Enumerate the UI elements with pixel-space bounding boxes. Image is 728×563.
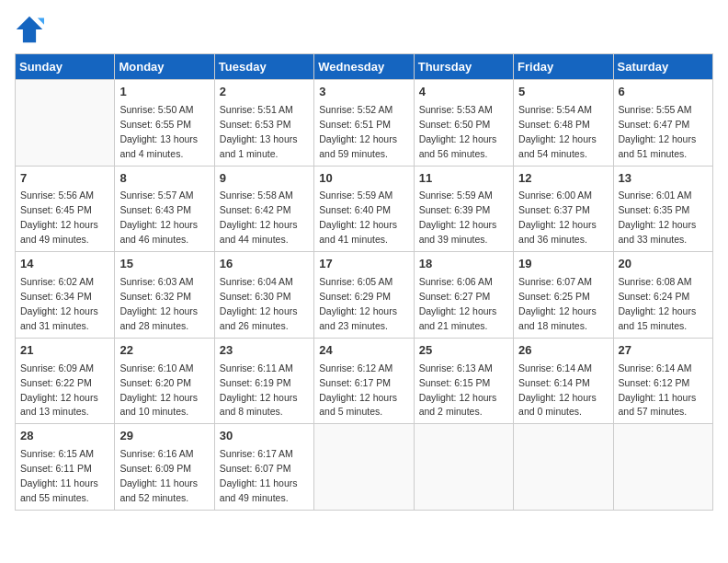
cell-content: Sunrise: 6:02 AMSunset: 6:34 PMDaylight:… xyxy=(20,276,98,331)
day-number: 17 xyxy=(319,256,408,273)
day-number: 22 xyxy=(119,342,209,360)
day-number: 14 xyxy=(20,256,109,273)
week-row-4: 28Sunrise: 6:15 AMSunset: 6:11 PMDayligh… xyxy=(16,424,713,511)
svg-marker-1 xyxy=(38,18,44,25)
cell-content: Sunrise: 5:50 AMSunset: 6:55 PMDaylight:… xyxy=(119,104,198,159)
day-number: 25 xyxy=(419,342,508,360)
day-number: 6 xyxy=(619,84,708,101)
day-number: 3 xyxy=(319,84,408,101)
header-tuesday: Tuesday xyxy=(214,54,313,80)
day-number: 9 xyxy=(220,170,309,188)
cell-content: Sunrise: 5:57 AMSunset: 6:43 PMDaylight:… xyxy=(119,190,198,245)
header-saturday: Saturday xyxy=(613,54,712,80)
day-number: 29 xyxy=(119,428,209,445)
calendar-cell: 20Sunrise: 6:08 AMSunset: 6:24 PMDayligh… xyxy=(613,252,712,339)
day-number: 5 xyxy=(518,84,608,101)
calendar-cell: 21Sunrise: 6:09 AMSunset: 6:22 PMDayligh… xyxy=(16,338,115,424)
day-number: 28 xyxy=(20,428,109,445)
calendar-cell: 25Sunrise: 6:13 AMSunset: 6:15 PMDayligh… xyxy=(414,338,513,424)
cell-content: Sunrise: 5:56 AMSunset: 6:45 PMDaylight:… xyxy=(20,190,98,245)
calendar-cell: 1Sunrise: 5:50 AMSunset: 6:55 PMDaylight… xyxy=(115,80,214,167)
calendar-cell: 12Sunrise: 6:00 AMSunset: 6:37 PMDayligh… xyxy=(514,166,613,252)
calendar-cell: 9Sunrise: 5:58 AMSunset: 6:42 PMDaylight… xyxy=(214,166,313,252)
calendar-cell: 15Sunrise: 6:03 AMSunset: 6:32 PMDayligh… xyxy=(115,252,214,339)
calendar-cell xyxy=(314,424,414,511)
calendar-header-row: SundayMondayTuesdayWednesdayThursdayFrid… xyxy=(16,54,713,80)
day-number: 27 xyxy=(619,342,708,360)
header-friday: Friday xyxy=(514,54,613,80)
cell-content: Sunrise: 6:08 AMSunset: 6:24 PMDaylight:… xyxy=(619,276,697,331)
calendar-cell: 3Sunrise: 5:52 AMSunset: 6:51 PMDaylight… xyxy=(314,80,414,167)
day-number: 21 xyxy=(20,342,109,360)
day-number: 16 xyxy=(220,256,309,273)
calendar-cell: 29Sunrise: 6:16 AMSunset: 6:09 PMDayligh… xyxy=(115,424,214,511)
logo-icon xyxy=(15,15,44,44)
calendar-cell: 27Sunrise: 6:14 AMSunset: 6:12 PMDayligh… xyxy=(613,338,712,424)
cell-content: Sunrise: 6:06 AMSunset: 6:27 PMDaylight:… xyxy=(419,276,497,331)
calendar-cell: 26Sunrise: 6:14 AMSunset: 6:14 PMDayligh… xyxy=(514,338,613,424)
day-number: 11 xyxy=(419,170,508,188)
day-number: 20 xyxy=(619,256,708,273)
cell-content: Sunrise: 6:09 AMSunset: 6:22 PMDaylight:… xyxy=(20,362,98,418)
day-number: 19 xyxy=(518,256,608,273)
cell-content: Sunrise: 5:52 AMSunset: 6:51 PMDaylight:… xyxy=(319,104,397,159)
day-number: 13 xyxy=(619,170,708,188)
cell-content: Sunrise: 6:00 AMSunset: 6:37 PMDaylight:… xyxy=(518,190,597,245)
page-header xyxy=(15,15,713,44)
day-number: 12 xyxy=(518,170,608,188)
logo xyxy=(15,15,48,44)
cell-content: Sunrise: 6:14 AMSunset: 6:14 PMDaylight:… xyxy=(518,362,597,418)
calendar-cell: 4Sunrise: 5:53 AMSunset: 6:50 PMDaylight… xyxy=(414,80,513,167)
calendar-cell: 17Sunrise: 6:05 AMSunset: 6:29 PMDayligh… xyxy=(314,252,414,339)
calendar-cell: 16Sunrise: 6:04 AMSunset: 6:30 PMDayligh… xyxy=(214,252,313,339)
calendar-cell xyxy=(414,424,513,511)
calendar-cell: 6Sunrise: 5:55 AMSunset: 6:47 PMDaylight… xyxy=(613,80,712,167)
day-number: 18 xyxy=(419,256,508,273)
day-number: 4 xyxy=(419,84,508,101)
cell-content: Sunrise: 6:03 AMSunset: 6:32 PMDaylight:… xyxy=(119,276,198,331)
calendar-cell: 5Sunrise: 5:54 AMSunset: 6:48 PMDaylight… xyxy=(514,80,613,167)
cell-content: Sunrise: 6:16 AMSunset: 6:09 PMDaylight:… xyxy=(119,448,198,503)
week-row-1: 7Sunrise: 5:56 AMSunset: 6:45 PMDaylight… xyxy=(16,166,713,252)
cell-content: Sunrise: 5:58 AMSunset: 6:42 PMDaylight:… xyxy=(220,190,298,245)
cell-content: Sunrise: 6:07 AMSunset: 6:25 PMDaylight:… xyxy=(518,276,597,331)
cell-content: Sunrise: 6:14 AMSunset: 6:12 PMDaylight:… xyxy=(619,362,697,418)
header-thursday: Thursday xyxy=(414,54,513,80)
calendar-cell: 23Sunrise: 6:11 AMSunset: 6:19 PMDayligh… xyxy=(214,338,313,424)
svg-marker-0 xyxy=(17,17,42,42)
cell-content: Sunrise: 6:04 AMSunset: 6:30 PMDaylight:… xyxy=(220,276,298,331)
calendar-table: SundayMondayTuesdayWednesdayThursdayFrid… xyxy=(15,53,713,511)
calendar-cell: 11Sunrise: 5:59 AMSunset: 6:39 PMDayligh… xyxy=(414,166,513,252)
calendar-cell: 14Sunrise: 6:02 AMSunset: 6:34 PMDayligh… xyxy=(16,252,115,339)
day-number: 10 xyxy=(319,170,408,188)
day-number: 30 xyxy=(220,428,309,445)
week-row-3: 21Sunrise: 6:09 AMSunset: 6:22 PMDayligh… xyxy=(16,338,713,424)
day-number: 8 xyxy=(119,170,209,188)
day-number: 1 xyxy=(119,84,209,101)
cell-content: Sunrise: 6:17 AMSunset: 6:07 PMDaylight:… xyxy=(220,448,298,503)
calendar-cell: 28Sunrise: 6:15 AMSunset: 6:11 PMDayligh… xyxy=(16,424,115,511)
week-row-0: 1Sunrise: 5:50 AMSunset: 6:55 PMDaylight… xyxy=(16,80,713,167)
calendar-cell: 13Sunrise: 6:01 AMSunset: 6:35 PMDayligh… xyxy=(613,166,712,252)
header-wednesday: Wednesday xyxy=(314,54,414,80)
calendar-cell: 19Sunrise: 6:07 AMSunset: 6:25 PMDayligh… xyxy=(514,252,613,339)
calendar-cell: 8Sunrise: 5:57 AMSunset: 6:43 PMDaylight… xyxy=(115,166,214,252)
week-row-2: 14Sunrise: 6:02 AMSunset: 6:34 PMDayligh… xyxy=(16,252,713,339)
cell-content: Sunrise: 6:01 AMSunset: 6:35 PMDaylight:… xyxy=(619,190,697,245)
calendar-cell: 24Sunrise: 6:12 AMSunset: 6:17 PMDayligh… xyxy=(314,338,414,424)
calendar-cell: 2Sunrise: 5:51 AMSunset: 6:53 PMDaylight… xyxy=(214,80,313,167)
cell-content: Sunrise: 6:05 AMSunset: 6:29 PMDaylight:… xyxy=(319,276,397,331)
cell-content: Sunrise: 6:11 AMSunset: 6:19 PMDaylight:… xyxy=(220,362,298,418)
cell-content: Sunrise: 6:13 AMSunset: 6:15 PMDaylight:… xyxy=(419,362,497,418)
cell-content: Sunrise: 5:53 AMSunset: 6:50 PMDaylight:… xyxy=(419,104,497,159)
cell-content: Sunrise: 5:51 AMSunset: 6:53 PMDaylight:… xyxy=(220,104,298,159)
cell-content: Sunrise: 6:10 AMSunset: 6:20 PMDaylight:… xyxy=(119,362,198,418)
day-number: 23 xyxy=(220,342,309,360)
cell-content: Sunrise: 5:54 AMSunset: 6:48 PMDaylight:… xyxy=(518,104,597,159)
calendar-cell: 10Sunrise: 5:59 AMSunset: 6:40 PMDayligh… xyxy=(314,166,414,252)
cell-content: Sunrise: 6:12 AMSunset: 6:17 PMDaylight:… xyxy=(319,362,397,418)
cell-content: Sunrise: 5:55 AMSunset: 6:47 PMDaylight:… xyxy=(619,104,697,159)
calendar-cell: 30Sunrise: 6:17 AMSunset: 6:07 PMDayligh… xyxy=(214,424,313,511)
header-monday: Monday xyxy=(115,54,214,80)
cell-content: Sunrise: 6:15 AMSunset: 6:11 PMDaylight:… xyxy=(20,448,98,503)
